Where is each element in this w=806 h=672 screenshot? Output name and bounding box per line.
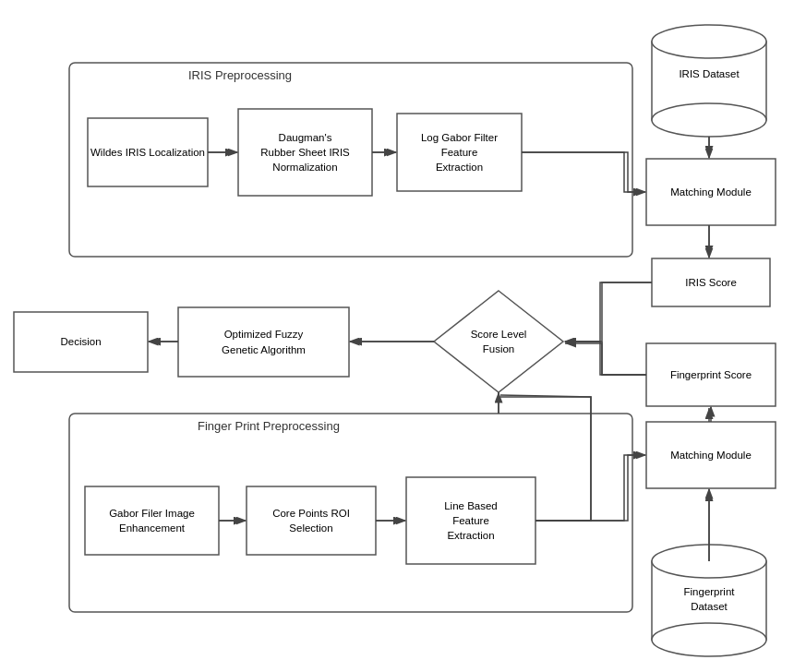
cyl-fp-bottom: [652, 623, 766, 656]
proc-daugman: Daugman's Rubber Sheet IRIS Normalizatio…: [238, 109, 372, 196]
proc-fuzzy: Optimized Fuzzy Genetic Algorithm: [178, 307, 349, 377]
diagram: IRIS Preprocessing Finger Print Preproce…: [0, 0, 806, 672]
proc-core-points: Core Points ROI Selection: [247, 486, 376, 555]
proc-fp-matching: Matching Module: [646, 422, 776, 488]
proc-iris-score: IRIS Score: [652, 258, 770, 306]
cyl-iris-label: IRIS Dataset: [652, 66, 766, 81]
proc-wildes: Wildes IRIS Localization: [88, 118, 208, 186]
proc-fp-score: Fingerprint Score: [646, 343, 776, 406]
proc-iris-matching: Matching Module: [646, 159, 776, 225]
proc-decision: Decision: [14, 312, 148, 372]
proc-loggabor: Log Gabor Filter Feature Extraction: [397, 114, 522, 191]
fingerprint-group-label: Finger Print Preprocessing: [194, 419, 343, 433]
diamond-score-fusion-label: Score Level Fusion: [434, 291, 563, 392]
cyl-fp-label: Fingerprint Dataset: [652, 584, 766, 614]
cyl-fp-top: [652, 545, 766, 578]
proc-line-based: Line Based Feature Extraction: [406, 477, 535, 564]
cyl-iris-bottom: [652, 103, 766, 137]
iris-group-label: IRIS Preprocessing: [185, 68, 295, 82]
cyl-iris-top: [652, 25, 766, 58]
proc-gabor-filer: Gabor Filer Image Enhancement: [85, 486, 219, 555]
